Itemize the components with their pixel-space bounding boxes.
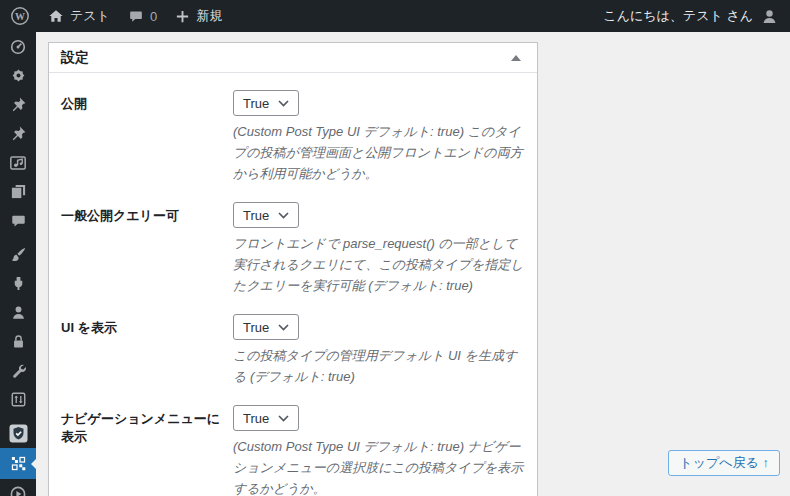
sidebar-item-tools[interactable] bbox=[0, 356, 36, 385]
wordpress-logo-icon: W bbox=[10, 6, 30, 26]
select-current-value: True bbox=[243, 320, 269, 335]
settings-row: UI を表示 True この投稿タイプの管理用デフォルト UI を生成する (デ… bbox=[61, 314, 525, 387]
plugins-icon bbox=[10, 275, 27, 292]
setting-select-dropdown[interactable]: True bbox=[233, 314, 299, 340]
gear-icon bbox=[10, 67, 27, 84]
setting-description: フロントエンドで parse_request() の一部として実行されるクエリに… bbox=[233, 233, 525, 296]
sidebar-item-custom-post-type[interactable] bbox=[0, 119, 36, 148]
greeting-text: こんにちは、テスト さん bbox=[603, 7, 753, 25]
svg-text:W: W bbox=[15, 11, 25, 22]
select-current-value: True bbox=[243, 96, 269, 111]
new-label: 新規 bbox=[196, 7, 222, 25]
chevron-up-icon bbox=[511, 55, 521, 61]
cptui-forms-icon bbox=[10, 455, 27, 472]
avatar-icon bbox=[761, 8, 778, 25]
setting-label: 公開 bbox=[61, 90, 233, 184]
play-circle-icon bbox=[9, 485, 27, 496]
sidebar-item-security-shield[interactable] bbox=[0, 419, 36, 448]
pushpin-icon bbox=[10, 96, 27, 113]
settings-row: 公開 True (Custom Post Type UI デフォルト: true… bbox=[61, 90, 525, 184]
setting-field: True フロントエンドで parse_request() の一部として実行され… bbox=[233, 202, 525, 296]
sidebar-item-posts[interactable] bbox=[0, 90, 36, 119]
select-current-value: True bbox=[243, 411, 269, 426]
plus-icon bbox=[175, 9, 190, 24]
comment-bubble-icon bbox=[128, 9, 144, 24]
chevron-down-icon bbox=[278, 212, 289, 219]
site-name: テスト bbox=[70, 7, 110, 25]
setting-description: この投稿タイプの管理用デフォルト UI を生成する (デフォルト: true) bbox=[233, 345, 525, 387]
users-icon bbox=[10, 304, 27, 321]
setting-label: ナビゲーションメニューに表示 bbox=[61, 405, 233, 496]
back-to-top-button[interactable]: トップへ戻る ↑ bbox=[668, 450, 780, 476]
pushpin2-icon bbox=[10, 125, 27, 142]
sidebar-item-comments[interactable] bbox=[0, 206, 36, 235]
setting-label: 一般公開クエリー可 bbox=[61, 202, 233, 296]
comments-count: 0 bbox=[150, 9, 157, 24]
appearance-brush-icon bbox=[10, 246, 27, 263]
chevron-down-icon bbox=[278, 100, 289, 107]
main-content: 設定 公開 True (Custom Post Type UI デフォルト: t… bbox=[36, 32, 790, 496]
setting-select-dropdown[interactable]: True bbox=[233, 202, 299, 228]
dashboard-icon bbox=[9, 38, 27, 56]
sidebar-item-settings[interactable] bbox=[0, 385, 36, 414]
comments-menu[interactable]: 0 bbox=[119, 0, 166, 32]
sidebar-item-video[interactable] bbox=[0, 479, 36, 496]
settings-panel-header: 設定 bbox=[49, 43, 537, 73]
account-menu[interactable]: こんにちは、テスト さん bbox=[591, 0, 790, 32]
sidebar-item-pages[interactable] bbox=[0, 177, 36, 206]
setting-label: UI を表示 bbox=[61, 314, 233, 387]
sidebar-item-users[interactable] bbox=[0, 298, 36, 327]
setting-field: True (Custom Post Type UI デフォルト: true) ナ… bbox=[233, 405, 525, 496]
sidebar-item-dashboard[interactable] bbox=[0, 32, 36, 61]
lock-icon bbox=[10, 333, 27, 350]
pages-icon bbox=[10, 183, 27, 200]
settings-rows: 公開 True (Custom Post Type UI デフォルト: true… bbox=[49, 73, 537, 496]
setting-field: True この投稿タイプの管理用デフォルト UI を生成する (デフォルト: t… bbox=[233, 314, 525, 387]
wordpress-menu[interactable]: W bbox=[0, 0, 39, 32]
tools-wrench-icon bbox=[10, 362, 27, 379]
sidebar-item-plugins[interactable] bbox=[0, 269, 36, 298]
sidebar-item-cptui-active[interactable] bbox=[0, 448, 36, 479]
panel-title: 設定 bbox=[61, 49, 89, 67]
settings-panel: 設定 公開 True (Custom Post Type UI デフォルト: t… bbox=[48, 42, 538, 496]
setting-field: True (Custom Post Type UI デフォルト: true) こ… bbox=[233, 90, 525, 184]
settings-sliders-icon bbox=[10, 391, 27, 408]
admin-sidebar bbox=[0, 32, 36, 496]
setting-select-dropdown[interactable]: True bbox=[233, 90, 299, 116]
sidebar-item-plugin-generic[interactable] bbox=[0, 61, 36, 90]
admin-bar: W テスト 0 新規 こんにちは、テスト さん bbox=[0, 0, 790, 32]
setting-description: (Custom Post Type UI デフォルト: true) このタイプの… bbox=[233, 121, 525, 184]
home-icon bbox=[48, 8, 64, 24]
panel-toggle-button[interactable] bbox=[507, 51, 525, 65]
media-icon bbox=[9, 154, 27, 172]
sidebar-item-appearance[interactable] bbox=[0, 240, 36, 269]
setting-description: (Custom Post Type UI デフォルト: true) ナビゲーショ… bbox=[233, 436, 525, 496]
select-current-value: True bbox=[243, 208, 269, 223]
chevron-down-icon bbox=[278, 324, 289, 331]
sidebar-item-media[interactable] bbox=[0, 148, 36, 177]
new-content-menu[interactable]: 新規 bbox=[166, 0, 231, 32]
settings-row: ナビゲーションメニューに表示 True (Custom Post Type UI… bbox=[61, 405, 525, 496]
site-menu[interactable]: テスト bbox=[39, 0, 119, 32]
settings-row: 一般公開クエリー可 True フロントエンドで parse_request() … bbox=[61, 202, 525, 296]
chevron-down-icon bbox=[278, 415, 289, 422]
sidebar-item-security-lock[interactable] bbox=[0, 327, 36, 356]
comments-icon bbox=[10, 213, 27, 229]
shield-check-icon bbox=[9, 424, 28, 443]
setting-select-dropdown[interactable]: True bbox=[233, 405, 299, 431]
